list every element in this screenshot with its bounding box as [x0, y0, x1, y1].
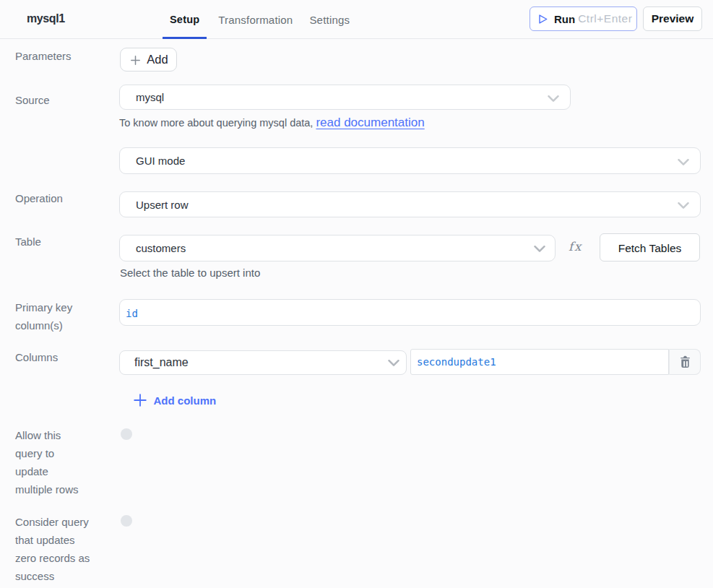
columns-label: Columns	[15, 348, 92, 366]
query-form: Parameters Add Source mysql To know more…	[0, 38, 713, 588]
delete-column-button[interactable]	[669, 349, 701, 375]
query-header: mysql1 Setup Transformation Settings Run…	[0, 0, 713, 39]
column-name-value: first_name	[134, 356, 189, 369]
tab-setup[interactable]: Setup	[163, 0, 207, 39]
mode-select[interactable]: GUI mode	[119, 147, 701, 174]
chevron-down-icon	[548, 95, 559, 103]
label-line: multiple rows	[15, 480, 92, 498]
column-select[interactable]: first_name	[119, 350, 407, 375]
run-label: Run	[554, 13, 575, 25]
source-help-text: To know more about querying mysql data,	[119, 117, 316, 129]
plus-icon	[134, 394, 147, 407]
label-line: that updates	[15, 531, 92, 549]
run-shortcut: Ctrl+Enter	[578, 12, 632, 25]
multiple-rows-label: Allow thisquery toupdatemultiple rows	[15, 426, 92, 498]
fx-letter-x: x	[574, 240, 581, 254]
primary-key-label: Primary key column(s)	[15, 298, 92, 334]
tab-bar: Setup Transformation Settings	[163, 0, 357, 39]
label-line: query to	[15, 444, 92, 462]
trash-icon	[680, 355, 690, 368]
fetch-tables-button[interactable]: Fetch Tables	[600, 233, 700, 261]
add-parameter-label: Add	[147, 53, 168, 66]
label-line: Consider query	[15, 513, 92, 531]
add-parameter-button[interactable]: Add	[120, 48, 177, 72]
fx-toggle[interactable]: fx	[569, 240, 581, 254]
tab-transformation[interactable]: Transformation	[211, 0, 300, 39]
source-select[interactable]: mysql	[119, 85, 571, 110]
mode-value: GUI mode	[136, 155, 185, 167]
operation-label: Operation	[15, 189, 92, 207]
operation-select[interactable]: Upsert row	[119, 191, 701, 217]
fx-letter-f: f	[569, 240, 573, 254]
label-line: Allow this	[15, 426, 92, 444]
read-documentation-link[interactable]: read documentation	[316, 116, 424, 129]
source-help: To know more about querying mysql data, …	[119, 116, 425, 130]
chevron-down-icon	[534, 246, 545, 253]
source-label: Source	[15, 91, 92, 109]
zero-records-toggle[interactable]	[121, 515, 132, 527]
table-label: Table	[15, 233, 92, 251]
plus-icon	[131, 56, 140, 65]
table-select[interactable]: customers	[119, 235, 556, 261]
add-column-label: Add column	[154, 394, 217, 407]
preview-button[interactable]: Preview	[643, 7, 702, 31]
multiple-rows-toggle[interactable]	[121, 428, 132, 440]
add-column-button[interactable]: Add column	[134, 394, 217, 407]
tab-settings[interactable]: Settings	[302, 0, 357, 39]
label-line: zero records as	[15, 549, 92, 567]
play-icon	[537, 14, 548, 25]
table-help: Select the table to upsert into	[120, 266, 260, 280]
label-line: update	[15, 462, 92, 480]
column-value: secondupdate1	[417, 356, 496, 368]
source-value: mysql	[136, 91, 164, 103]
operation-value: Upsert row	[136, 199, 189, 211]
column-value-input[interactable]: secondupdate1	[410, 349, 669, 375]
label-line: success	[15, 567, 92, 585]
zero-records-label: Consider querythat updateszero records a…	[15, 513, 92, 585]
parameters-label: Parameters	[15, 47, 92, 65]
run-button[interactable]: Run Ctrl+Enter	[530, 7, 637, 31]
table-value: customers	[136, 242, 186, 254]
query-name[interactable]: mysql1	[27, 12, 65, 25]
primary-key-input[interactable]: id	[119, 299, 701, 326]
chevron-down-icon	[678, 159, 689, 166]
chevron-down-icon	[388, 360, 399, 367]
primary-key-value: id	[126, 308, 138, 319]
chevron-down-icon	[678, 202, 689, 209]
